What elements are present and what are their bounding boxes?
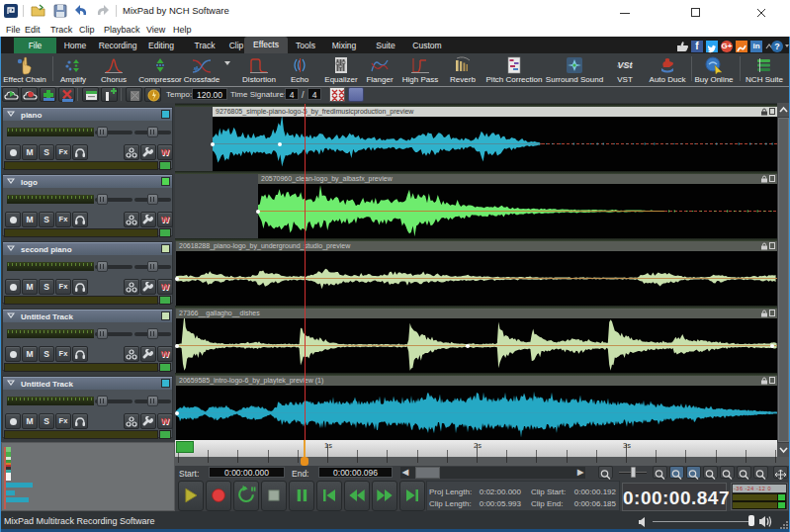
svg-text:VSt: VSt [617, 60, 633, 70]
